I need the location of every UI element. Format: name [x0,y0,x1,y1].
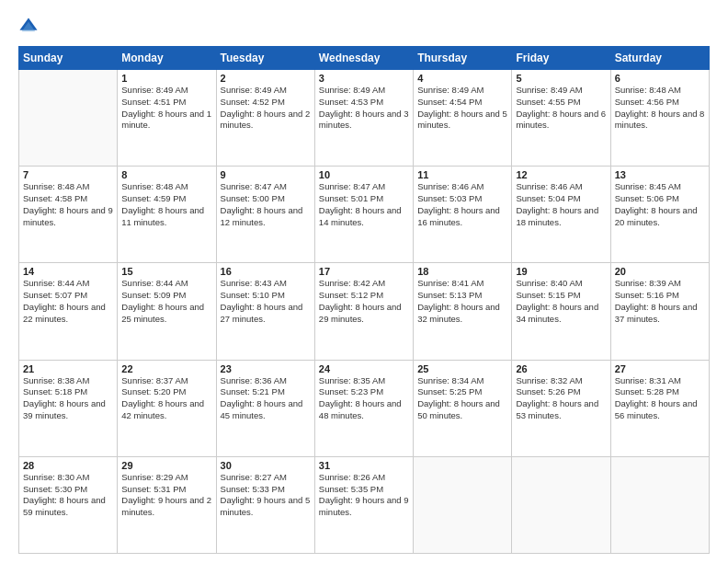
daylight-text: Daylight: 8 hours and 6 minutes. [516,109,606,132]
daylight-text: Daylight: 8 hours and 59 minutes. [23,495,113,519]
calendar-cell: 25 Sunrise: 8:34 AM Sunset: 5:25 PM Dayl… [414,360,512,456]
sunset-text: Sunset: 5:31 PM [121,484,211,496]
sunrise-text: Sunrise: 8:40 AM [516,278,606,290]
day-number: 13 [615,169,705,180]
sunrise-text: Sunrise: 8:44 AM [23,278,113,290]
sunrise-text: Sunrise: 8:46 AM [417,181,507,193]
sunset-text: Sunset: 5:18 PM [23,386,113,398]
sunset-text: Sunset: 5:26 PM [516,386,606,398]
daylight-text: Daylight: 8 hours and 50 minutes. [417,398,507,422]
sunrise-text: Sunrise: 8:49 AM [319,85,409,97]
sunset-text: Sunset: 5:06 PM [615,193,705,205]
calendar-cell: 13 Sunrise: 8:45 AM Sunset: 5:06 PM Dayl… [610,167,709,263]
week-row-3: 14 Sunrise: 8:44 AM Sunset: 5:07 PM Dayl… [19,263,710,360]
daylight-text: Daylight: 8 hours and 39 minutes. [23,398,113,422]
sunset-text: Sunset: 5:10 PM [221,290,311,302]
page-header [18,17,710,37]
sunset-text: Sunset: 4:55 PM [516,97,606,109]
day-info: Sunrise: 8:45 AM Sunset: 5:06 PM Dayligh… [615,181,705,228]
day-info: Sunrise: 8:34 AM Sunset: 5:25 PM Dayligh… [417,375,507,422]
day-number: 18 [417,266,507,277]
day-number: 21 [23,363,113,374]
sunset-text: Sunset: 5:07 PM [23,290,113,302]
logo [18,17,42,37]
day-info: Sunrise: 8:39 AM Sunset: 5:16 PM Dayligh… [615,278,705,325]
day-info: Sunrise: 8:46 AM Sunset: 5:04 PM Dayligh… [516,181,606,228]
daylight-text: Daylight: 8 hours and 34 minutes. [516,302,606,326]
daylight-text: Daylight: 8 hours and 3 minutes. [319,109,409,132]
day-number: 22 [121,363,211,374]
calendar-cell: 29 Sunrise: 8:29 AM Sunset: 5:31 PM Dayl… [118,456,216,553]
calendar-cell: 1 Sunrise: 8:49 AM Sunset: 4:51 PM Dayli… [118,70,216,167]
daylight-text: Daylight: 8 hours and 56 minutes. [615,398,705,422]
sunset-text: Sunset: 5:30 PM [23,484,113,496]
sunrise-text: Sunrise: 8:37 AM [121,375,211,387]
weekday-header-thursday: Thursday [414,47,512,70]
day-number: 8 [121,169,211,180]
day-info: Sunrise: 8:44 AM Sunset: 5:07 PM Dayligh… [23,278,113,325]
sunrise-text: Sunrise: 8:48 AM [23,181,113,193]
sunset-text: Sunset: 5:23 PM [319,386,409,398]
day-info: Sunrise: 8:40 AM Sunset: 5:15 PM Dayligh… [516,278,606,325]
day-number: 26 [516,363,606,374]
sunrise-text: Sunrise: 8:49 AM [417,85,507,97]
week-row-1: 1 Sunrise: 8:49 AM Sunset: 4:51 PM Dayli… [19,70,710,167]
day-number: 3 [319,73,409,84]
sunset-text: Sunset: 5:09 PM [121,290,211,302]
day-number: 29 [121,460,211,471]
weekday-header-wednesday: Wednesday [314,47,413,70]
day-info: Sunrise: 8:26 AM Sunset: 5:35 PM Dayligh… [319,472,409,519]
calendar-cell: 16 Sunrise: 8:43 AM Sunset: 5:10 PM Dayl… [216,263,314,360]
daylight-text: Daylight: 8 hours and 37 minutes. [615,302,705,326]
day-info: Sunrise: 8:49 AM Sunset: 4:51 PM Dayligh… [121,85,211,132]
day-info: Sunrise: 8:38 AM Sunset: 5:18 PM Dayligh… [23,375,113,422]
daylight-text: Daylight: 9 hours and 9 minutes. [319,495,409,519]
sunset-text: Sunset: 4:52 PM [221,97,311,109]
sunrise-text: Sunrise: 8:26 AM [319,472,409,484]
daylight-text: Daylight: 8 hours and 5 minutes. [417,109,507,132]
calendar-cell: 22 Sunrise: 8:37 AM Sunset: 5:20 PM Dayl… [118,360,216,456]
logo-icon [18,17,39,37]
day-number: 20 [615,266,705,277]
daylight-text: Daylight: 8 hours and 8 minutes. [615,109,705,132]
sunset-text: Sunset: 5:01 PM [319,193,409,205]
calendar-cell: 18 Sunrise: 8:41 AM Sunset: 5:13 PM Dayl… [414,263,512,360]
sunset-text: Sunset: 5:20 PM [121,386,211,398]
sunset-text: Sunset: 5:33 PM [221,484,311,496]
sunrise-text: Sunrise: 8:36 AM [221,375,311,387]
day-info: Sunrise: 8:49 AM Sunset: 4:52 PM Dayligh… [221,85,311,132]
calendar-cell: 9 Sunrise: 8:47 AM Sunset: 5:00 PM Dayli… [216,167,314,263]
sunrise-text: Sunrise: 8:31 AM [615,375,705,387]
sunrise-text: Sunrise: 8:48 AM [615,85,705,97]
daylight-text: Daylight: 8 hours and 45 minutes. [221,398,311,422]
calendar-cell: 5 Sunrise: 8:49 AM Sunset: 4:55 PM Dayli… [512,70,610,167]
calendar-cell: 15 Sunrise: 8:44 AM Sunset: 5:09 PM Dayl… [118,263,216,360]
day-number: 25 [417,363,507,374]
day-info: Sunrise: 8:47 AM Sunset: 5:00 PM Dayligh… [221,181,311,228]
calendar-cell: 17 Sunrise: 8:42 AM Sunset: 5:12 PM Dayl… [314,263,413,360]
day-number: 16 [221,266,311,277]
daylight-text: Daylight: 8 hours and 29 minutes. [319,302,409,326]
daylight-text: Daylight: 8 hours and 32 minutes. [417,302,507,326]
day-number: 2 [221,73,311,84]
sunset-text: Sunset: 4:54 PM [417,97,507,109]
calendar-cell: 31 Sunrise: 8:26 AM Sunset: 5:35 PM Dayl… [314,456,413,553]
daylight-text: Daylight: 8 hours and 2 minutes. [221,109,311,132]
daylight-text: Daylight: 8 hours and 20 minutes. [615,205,705,229]
sunset-text: Sunset: 4:51 PM [121,97,211,109]
calendar-cell: 2 Sunrise: 8:49 AM Sunset: 4:52 PM Dayli… [216,70,314,167]
sunset-text: Sunset: 5:13 PM [417,290,507,302]
daylight-text: Daylight: 8 hours and 14 minutes. [319,205,409,229]
daylight-text: Daylight: 8 hours and 16 minutes. [417,205,507,229]
calendar-cell: 26 Sunrise: 8:32 AM Sunset: 5:26 PM Dayl… [512,360,610,456]
calendar-cell [414,456,512,553]
week-row-5: 28 Sunrise: 8:30 AM Sunset: 5:30 PM Dayl… [19,456,710,553]
sunset-text: Sunset: 5:21 PM [221,386,311,398]
sunrise-text: Sunrise: 8:43 AM [221,278,311,290]
day-number: 5 [516,73,606,84]
sunset-text: Sunset: 4:58 PM [23,193,113,205]
daylight-text: Daylight: 8 hours and 42 minutes. [121,398,211,422]
sunset-text: Sunset: 4:53 PM [319,97,409,109]
calendar-cell: 30 Sunrise: 8:27 AM Sunset: 5:33 PM Dayl… [216,456,314,553]
calendar-cell: 3 Sunrise: 8:49 AM Sunset: 4:53 PM Dayli… [314,70,413,167]
